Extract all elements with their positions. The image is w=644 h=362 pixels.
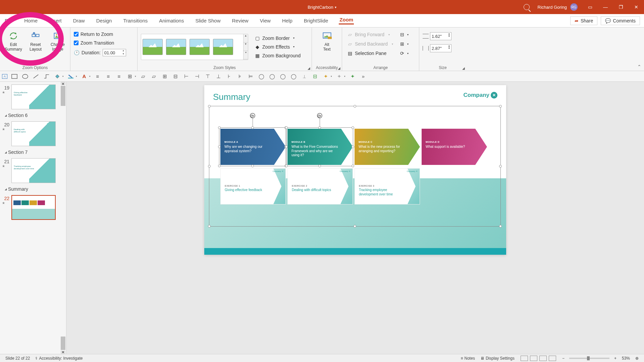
align-justify-icon[interactable]: ⊞ xyxy=(126,73,133,80)
bring-front-icon[interactable]: ▱ xyxy=(140,73,147,80)
edit-summary-button[interactable]: Edit Summary xyxy=(3,29,23,53)
font-color-icon[interactable]: A xyxy=(80,73,88,80)
oval-icon[interactable] xyxy=(21,73,29,80)
slide-canvas[interactable]: Summary Company✕ MODULE AWhy are we chan… xyxy=(66,82,644,354)
selection-pane-button[interactable]: ▤Selection Pane xyxy=(345,50,394,57)
minimize-button[interactable]: ― xyxy=(598,0,613,14)
module-card-d[interactable]: MODULE DWhat support is available? xyxy=(422,129,487,165)
return-to-zoom-checkbox[interactable]: Return to Zoom xyxy=(74,31,113,38)
display-settings-button[interactable]: 🖥Display Settings xyxy=(478,356,517,361)
tab-slideshow[interactable]: Slide Show xyxy=(195,18,221,23)
tab-brightslide[interactable]: BrightSlide xyxy=(303,18,329,23)
zoom-background-button[interactable]: ▦Zoom Background xyxy=(253,52,302,59)
zoom-slider[interactable] xyxy=(569,358,609,359)
tab-insert[interactable]: Insert xyxy=(48,18,62,23)
align-center-icon[interactable]: ≡ xyxy=(105,73,112,80)
share-button[interactable]: ➦Share xyxy=(570,16,597,25)
tab-review[interactable]: Review xyxy=(231,18,249,23)
bring-forward-button[interactable]: ▱Bring Forward▾ xyxy=(345,31,394,38)
exercise-card-1[interactable]: Company ✕EXERCISE 1Giving effective feed… xyxy=(220,168,286,204)
zoom-style-gallery[interactable]: ▲▼▾ xyxy=(141,34,248,60)
slide-thumb-22[interactable]: 22★ xyxy=(0,194,66,221)
rotate-button[interactable]: ⟳▾ xyxy=(398,50,410,57)
style-thumb[interactable] xyxy=(190,39,210,55)
collapse-ribbon-icon[interactable]: ⌃ xyxy=(637,64,641,69)
more-icon[interactable]: » xyxy=(360,73,367,80)
dialog-launcher-icon[interactable]: ◢ xyxy=(338,66,340,70)
animation-play-icon[interactable]: ✦ xyxy=(349,73,356,80)
reset-layout-button[interactable]: Reset Layout xyxy=(25,29,46,53)
dialog-launcher-icon[interactable]: ◢ xyxy=(308,66,310,70)
merge-fragment-icon[interactable]: ◯ xyxy=(279,73,286,80)
tab-file[interactable]: File xyxy=(4,18,13,23)
align-left-obj-icon[interactable]: ⊢ xyxy=(182,73,190,80)
dialog-launcher-icon[interactable]: ◢ xyxy=(462,66,465,70)
notes-button[interactable]: ≡Notes xyxy=(458,356,478,361)
slideshow-view-icon[interactable] xyxy=(549,356,556,361)
user-account[interactable]: Richard Goring RG xyxy=(538,3,578,11)
tab-home[interactable]: Home xyxy=(23,18,38,23)
align-top-obj-icon[interactable]: ⊥ xyxy=(215,73,222,80)
slide-thumb-20[interactable]: 20★ Dealing withdifficult topics xyxy=(0,120,66,147)
connector-icon[interactable] xyxy=(43,73,50,80)
line-icon[interactable] xyxy=(32,73,40,80)
tab-draw[interactable]: Draw xyxy=(72,18,86,23)
zoom-in-button[interactable]: + xyxy=(611,356,619,361)
style-thumb[interactable] xyxy=(143,39,163,55)
selection-frame-a[interactable]: ⟳ xyxy=(219,127,286,166)
accessibility-status[interactable]: ⚕Accessibility: Investigate xyxy=(33,356,85,361)
gallery-scroll[interactable]: ▲▼▾ xyxy=(243,34,248,60)
rotate-handle-icon[interactable]: ⟳ xyxy=(317,113,322,118)
slide-thumbnails[interactable]: 19★ Giving effectivefeedback Section 6 2… xyxy=(0,82,66,354)
exercise-card-3[interactable]: Company ✕EXERCISE 3Tracking employee dev… xyxy=(355,168,420,204)
tab-help[interactable]: Help xyxy=(281,18,293,23)
slide-counter[interactable]: Slide 22 of 22 xyxy=(3,356,33,361)
tab-zoom[interactable]: Zoom xyxy=(339,17,354,24)
send-backward-button[interactable]: ▱Send Backward▾ xyxy=(345,40,394,48)
zoom-out-button[interactable]: − xyxy=(559,356,567,361)
section-header[interactable]: Section 7 xyxy=(0,147,66,157)
align-center-obj-icon[interactable]: ⊣ xyxy=(193,73,201,80)
search-icon[interactable] xyxy=(524,4,530,10)
animation-add-icon[interactable]: ✦ xyxy=(322,73,329,80)
tab-view[interactable]: View xyxy=(259,18,271,23)
align-bot-obj-icon[interactable]: ⊧ xyxy=(236,73,244,80)
merge-union-icon[interactable]: ◯ xyxy=(258,73,265,80)
group-icon[interactable]: ⊞ xyxy=(161,73,168,80)
shape-outline-icon[interactable] xyxy=(67,73,74,80)
slide-thumb-21[interactable]: 21★ Tracking employeedevelopment over ti… xyxy=(0,157,66,184)
slide-thumb-19[interactable]: 19★ Giving effectivefeedback xyxy=(0,83,66,111)
rotate-handle-icon[interactable]: ⟳ xyxy=(250,113,255,118)
style-thumb[interactable] xyxy=(166,39,186,55)
zoom-transition-checkbox[interactable]: Zoom Transition xyxy=(74,40,114,46)
style-thumb[interactable] xyxy=(213,39,233,55)
duration-input[interactable]: 01.00▲▼ xyxy=(103,49,126,56)
maximize-button[interactable]: ❐ xyxy=(613,0,629,14)
align-button[interactable]: ⊟▾ xyxy=(398,31,410,38)
document-title[interactable]: BrightCarbon▾ xyxy=(308,5,336,10)
width-input[interactable]: 2.87"▲▼ xyxy=(423,44,451,52)
section-header[interactable]: Summary xyxy=(0,184,66,194)
ungroup-icon[interactable]: ⊟ xyxy=(172,73,179,80)
merge-intersect-icon[interactable]: ◯ xyxy=(290,73,297,80)
rectangle-icon[interactable] xyxy=(11,73,18,80)
tab-animations[interactable]: Animations xyxy=(158,18,184,23)
ribbon-display-icon[interactable]: ▭ xyxy=(582,0,598,14)
textbox-icon[interactable]: A xyxy=(2,74,7,79)
send-back-icon[interactable]: ▱ xyxy=(150,73,158,80)
normal-view-icon[interactable] xyxy=(521,356,528,361)
sorter-view-icon[interactable] xyxy=(530,356,537,361)
crop-icon[interactable]: ⟂ xyxy=(301,73,308,80)
zoom-level[interactable]: 53% xyxy=(619,356,633,361)
selection-frame-b[interactable]: ⟳ xyxy=(286,127,353,166)
section-header[interactable]: Section 6 xyxy=(0,111,66,120)
fit-to-window-icon[interactable]: ⊕ xyxy=(633,356,641,361)
align-mid-obj-icon[interactable]: ⊦ xyxy=(225,73,233,80)
animation-painter-icon[interactable]: ✦ xyxy=(335,73,343,80)
change-image-button[interactable]: Change Image xyxy=(48,29,68,53)
layer-icon[interactable]: ⊟ xyxy=(311,73,319,80)
tab-transitions[interactable]: Transitions xyxy=(122,18,148,23)
group-button[interactable]: ⊞▾ xyxy=(398,40,410,48)
align-right-icon[interactable]: ≡ xyxy=(115,73,123,80)
align-right-obj-icon[interactable]: ⊤ xyxy=(204,73,211,80)
